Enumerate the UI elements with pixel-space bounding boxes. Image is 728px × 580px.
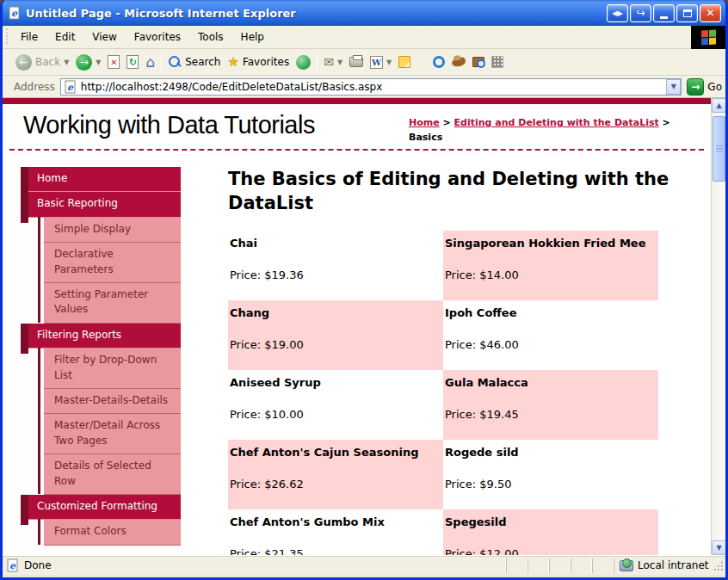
mail-dropdown-icon[interactable]: ▼ — [337, 59, 342, 66]
history-icon — [296, 55, 311, 70]
forward-dropdown-icon[interactable]: ▼ — [96, 59, 101, 66]
menu-grip[interactable] — [4, 28, 10, 46]
menu-tools[interactable]: Tools — [189, 26, 232, 48]
status-pane — [549, 558, 571, 573]
pixel-grid-icon — [491, 56, 503, 68]
discuss-note-icon — [398, 56, 410, 68]
menu-bar: File Edit View Favorites Tools Help — [3, 26, 725, 49]
search-icon — [168, 55, 182, 69]
sidebar-item-filtering-reports[interactable]: Filtering Reports — [28, 324, 181, 349]
address-dropdown-button[interactable]: ▼ — [666, 79, 681, 95]
minimize-button[interactable] — [653, 4, 675, 22]
breadcrumb-home-link[interactable]: Home — [409, 117, 440, 128]
sidebar-item-master-detail-across-two-pages[interactable]: Master/Detail Across Two Pages — [44, 414, 181, 454]
address-bar: Address e http://localhost:2498/Code/Edi… — [3, 76, 725, 98]
refresh-icon: ↻ — [126, 55, 139, 69]
print-icon — [349, 57, 363, 67]
maximize-icon — [683, 9, 692, 17]
edit-with-word-button[interactable]: W ▼ — [367, 51, 395, 74]
home-button[interactable]: ⌂ — [142, 51, 158, 74]
forward-button[interactable]: → ▼ — [72, 51, 104, 74]
discuss-button[interactable] — [395, 51, 414, 74]
go-button[interactable]: → Go — [687, 78, 722, 96]
product-cell: Spegesild Price: $12.00 — [443, 509, 658, 555]
dashed-divider — [9, 149, 704, 151]
product-datalist: Chai Price: $19.36 Singaporean Hokkien F… — [228, 231, 658, 555]
back-button[interactable]: ← Back ▼ — [12, 51, 72, 74]
animal-button[interactable] — [448, 51, 469, 74]
site-title: Working with Data Tutorials — [23, 111, 409, 139]
dev-tool-button[interactable] — [488, 51, 507, 74]
search-button[interactable]: Search — [164, 51, 224, 74]
mail-icon: ✉ — [324, 56, 334, 68]
product-cell: Chai Price: $19.36 — [228, 231, 443, 300]
sidebar-item-format-colors[interactable]: Format Colors — [44, 520, 181, 545]
sidebar-item-declarative-parameters[interactable]: Declarative Parameters — [44, 243, 181, 283]
favorites-star-icon: ★ — [227, 56, 238, 69]
sidebar-item-customized-formatting[interactable]: Customized Formatting — [28, 495, 181, 520]
title-bar[interactable]: e Untitled Page - Microsoft Internet Exp… — [3, 0, 725, 26]
menu-view[interactable]: View — [83, 26, 125, 48]
breadcrumb-separator: > — [663, 117, 670, 128]
home-icon: ⌂ — [145, 55, 155, 70]
status-pane — [592, 558, 614, 573]
product-cell: Aniseed Syrup Price: $10.00 — [228, 370, 443, 440]
scroll-down-button[interactable]: ▼ — [712, 540, 725, 555]
maximize-button[interactable] — [676, 4, 698, 22]
security-zone-label: Local intranet — [638, 559, 709, 571]
sidebar-item-basic-reporting[interactable]: Basic Reporting — [28, 192, 181, 217]
svg-text:e: e — [11, 8, 18, 19]
breadcrumb-section-link[interactable]: Editing and Deleting with the DataList — [454, 117, 659, 128]
print-button[interactable] — [346, 51, 367, 74]
menu-help[interactable]: Help — [232, 26, 273, 48]
word-dropdown-icon[interactable]: ▼ — [386, 59, 392, 66]
menu-edit[interactable]: Edit — [46, 26, 83, 48]
sidebar-item-filter-by-dropdown-list[interactable]: Filter by Drop-Down List — [44, 349, 181, 389]
product-cell: Rogede sild Price: $9.50 — [443, 440, 658, 509]
scroll-down-icon: ▼ — [716, 544, 721, 552]
back-dropdown-icon[interactable]: ▼ — [64, 59, 69, 66]
resize-grip[interactable] — [712, 559, 724, 571]
status-page-icon: e — [6, 558, 20, 572]
page-viewport: Working with Data Tutorials Home > Editi… — [3, 98, 725, 555]
sidebar-item-setting-parameter-values[interactable]: Setting Parameter Values — [44, 283, 181, 324]
pan-window-button[interactable]: ◀▶ — [607, 4, 628, 22]
toolbar-separator — [317, 52, 318, 71]
breadcrumb: Home > Editing and Deleting with the Dat… — [409, 115, 706, 145]
messenger-button[interactable] — [429, 51, 448, 74]
popout-window-button[interactable]: ↪ — [630, 4, 651, 22]
research-button[interactable] — [469, 51, 488, 74]
close-icon: ✕ — [706, 7, 714, 19]
sidebar-item-home[interactable]: Home — [28, 167, 181, 192]
local-intranet-icon — [620, 560, 633, 571]
menu-file[interactable]: File — [12, 26, 46, 48]
menu-favorites[interactable]: Favorites — [126, 26, 189, 48]
svg-text:e: e — [9, 560, 16, 571]
top-accent-band — [3, 98, 711, 104]
product-cell: Chef Anton's Cajun Seasoning Price: $26.… — [228, 440, 443, 509]
close-button[interactable]: ✕ — [700, 4, 721, 22]
security-zone-pane: Local intranet — [614, 558, 710, 573]
breadcrumb-current: Basics — [409, 132, 442, 143]
scrollbar-thumb[interactable] — [713, 116, 725, 182]
scroll-up-button[interactable]: ▲ — [712, 98, 725, 113]
browser-window: e Untitled Page - Microsoft Internet Exp… — [0, 0, 728, 580]
product-cell: Chef Anton's Gumbo Mix Price: $21.35 — [228, 509, 443, 555]
favorites-button[interactable]: ★ Favorites — [224, 51, 293, 74]
mail-button[interactable]: ✉ ▼ — [320, 51, 346, 74]
status-pane — [571, 558, 592, 573]
stop-button[interactable]: ✕ — [104, 51, 123, 74]
forward-icon: → — [76, 54, 92, 71]
vertical-scrollbar[interactable]: ▲ ▼ — [711, 98, 725, 555]
word-icon: W — [370, 56, 383, 69]
sidebar-item-master-details-details[interactable]: Master-Details-Details — [44, 389, 181, 414]
address-label: Address — [14, 81, 55, 93]
refresh-button[interactable]: ↻ — [123, 51, 142, 74]
back-icon: ← — [15, 54, 32, 71]
pan-icon: ◀▶ — [612, 9, 622, 17]
sidebar-item-details-of-selected-row[interactable]: Details of Selected Row — [44, 454, 181, 495]
address-input[interactable]: e http://localhost:2498/Code/EditDeleteD… — [60, 78, 682, 96]
history-button[interactable] — [293, 51, 314, 74]
sidebar-item-simple-display[interactable]: Simple Display — [44, 218, 181, 243]
breadcrumb-separator: > — [443, 117, 451, 128]
